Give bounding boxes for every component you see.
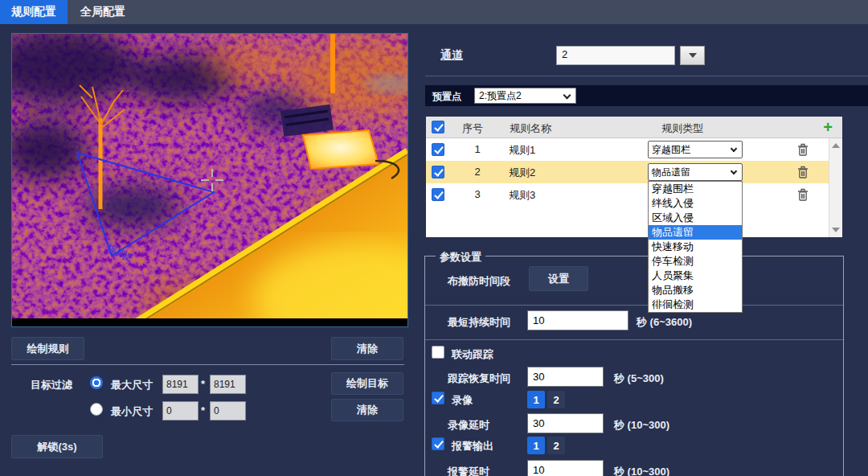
alarm-channel-1-button[interactable]: 1 bbox=[527, 437, 545, 454]
min-size-radio[interactable] bbox=[90, 403, 103, 416]
dropdown-option[interactable]: 穿越围栏 bbox=[649, 182, 742, 196]
min-height-input[interactable] bbox=[210, 401, 246, 421]
rule-name: 规则1 bbox=[509, 143, 535, 158]
tracking-recovery-label: 跟踪恢复时间 bbox=[448, 371, 510, 386]
dropdown-option[interactable]: 区域入侵 bbox=[649, 211, 742, 225]
dropdown-option[interactable]: 人员聚集 bbox=[649, 269, 742, 283]
tracking-recovery-unit: 秒 (5~300) bbox=[614, 371, 664, 386]
tab-bar: 规则配置 全局配置 bbox=[0, 0, 868, 24]
table-scrollbar[interactable] bbox=[829, 138, 842, 237]
min-duration-unit: 秒 (6~3600) bbox=[637, 315, 692, 330]
row-checkbox[interactable] bbox=[432, 143, 444, 156]
rule-name: 规则3 bbox=[509, 188, 535, 203]
dropdown-option[interactable]: 徘徊检测 bbox=[649, 298, 742, 312]
min-size-label: 最小尺寸 bbox=[111, 404, 153, 419]
delete-rule-icon[interactable] bbox=[797, 166, 809, 178]
link-tracking-checkbox[interactable] bbox=[432, 346, 444, 359]
alarm-channel-2-button[interactable]: 2 bbox=[547, 437, 565, 454]
min-duration-label: 最短持续时间 bbox=[448, 315, 510, 330]
draw-rule-button[interactable]: 绘制规则 bbox=[11, 337, 84, 360]
params-legend: 参数设置 bbox=[436, 250, 485, 265]
alarm-delay-unit: 秒 (10~300) bbox=[614, 465, 669, 476]
thermal-image: 规则2 bbox=[12, 34, 407, 326]
rules-table-header: 序号 规则名称 规则类型 + bbox=[426, 117, 842, 138]
draw-target-button[interactable]: 绘制目标 bbox=[331, 372, 403, 395]
rule-name: 规则2 bbox=[509, 166, 535, 180]
min-duration-input[interactable] bbox=[527, 310, 628, 330]
dropdown-option[interactable]: 绊线入侵 bbox=[649, 196, 742, 211]
chevron-down-icon bbox=[731, 146, 737, 152]
rule-type-dropdown-list: 穿越围栏 绊线入侵 区域入侵 物品遗留 快速移动 停车检测 人员聚集 物品搬移 … bbox=[648, 181, 743, 313]
tracking-recovery-input[interactable] bbox=[527, 367, 604, 387]
rule-no: 2 bbox=[466, 166, 489, 178]
rule-type-select-open[interactable]: 物品遗留 bbox=[648, 163, 743, 181]
size-separator: * bbox=[201, 378, 205, 390]
record-delay-label: 录像延时 bbox=[448, 418, 489, 433]
rule-type-select[interactable]: 穿越围栏 bbox=[648, 141, 743, 158]
min-width-input[interactable] bbox=[162, 401, 199, 421]
record-checkbox[interactable] bbox=[432, 392, 444, 404]
max-size-label: 最大尺寸 bbox=[111, 378, 153, 392]
max-size-radio[interactable] bbox=[90, 376, 103, 389]
rule-type-value: 穿越围栏 bbox=[652, 144, 690, 155]
chevron-down-icon bbox=[563, 92, 571, 100]
row-checkbox[interactable] bbox=[432, 166, 444, 178]
scroll-up-icon[interactable] bbox=[832, 143, 840, 148]
rules-table: 序号 规则名称 规则类型 + 1 规则1 穿越围栏 2 规则2 物品遗留 bbox=[426, 117, 842, 237]
camera-preview[interactable]: 规则2 bbox=[11, 33, 408, 327]
dropdown-option[interactable]: 快速移动 bbox=[649, 240, 742, 254]
record-delay-input[interactable] bbox=[527, 413, 604, 433]
pole bbox=[330, 34, 335, 93]
dropdown-option-selected[interactable]: 物品遗留 bbox=[649, 225, 742, 240]
link-tracking-label: 联动跟踪 bbox=[452, 347, 493, 362]
bright-square bbox=[303, 130, 379, 169]
alarm-delay-label: 报警延时 bbox=[448, 465, 489, 476]
record-delay-unit: 秒 (10~300) bbox=[614, 418, 669, 433]
row-checkbox[interactable] bbox=[432, 188, 444, 201]
record-channel-2-button[interactable]: 2 bbox=[547, 391, 565, 408]
select-all-checkbox[interactable] bbox=[432, 121, 444, 133]
alarm-delay-input[interactable] bbox=[527, 460, 604, 476]
rule-type-value: 物品遗留 bbox=[652, 166, 690, 178]
alarm-output-checkbox[interactable] bbox=[432, 437, 444, 450]
header-name: 规则名称 bbox=[510, 121, 551, 136]
preset-select[interactable]: 2:预置点2 bbox=[474, 88, 576, 104]
clear-target-button[interactable]: 清除 bbox=[331, 399, 403, 421]
max-width-input[interactable] bbox=[162, 375, 199, 394]
header-no: 序号 bbox=[462, 121, 483, 136]
max-height-input[interactable] bbox=[210, 375, 246, 394]
table-row[interactable]: 3 规则3 bbox=[426, 183, 842, 206]
target-filter-label: 目标过滤 bbox=[31, 378, 72, 392]
channel-select[interactable]: 2 bbox=[556, 46, 675, 65]
clear-rule-button[interactable]: 清除 bbox=[331, 337, 403, 360]
preset-bar: 预置点 2:预置点2 bbox=[425, 85, 868, 106]
unlock-button[interactable]: 解锁(3s) bbox=[11, 435, 103, 458]
chevron-down-icon bbox=[731, 168, 737, 174]
rule-no: 3 bbox=[466, 188, 489, 200]
record-label: 录像 bbox=[452, 393, 473, 408]
delete-rule-icon[interactable] bbox=[797, 188, 809, 201]
dropdown-option[interactable]: 物品搬移 bbox=[649, 283, 742, 298]
table-row-selected[interactable]: 2 规则2 物品遗留 bbox=[426, 161, 842, 183]
channel-label: 通道 bbox=[440, 48, 463, 63]
add-rule-icon[interactable]: + bbox=[819, 118, 837, 136]
right-divider bbox=[425, 76, 868, 76]
params-divider bbox=[425, 339, 843, 340]
left-divider bbox=[11, 364, 404, 365]
header-type: 规则类型 bbox=[661, 121, 703, 136]
arming-set-button[interactable]: 设置 bbox=[529, 266, 588, 291]
table-row[interactable]: 1 规则1 穿越围栏 bbox=[426, 138, 842, 161]
preset-value: 2:预置点2 bbox=[479, 89, 522, 103]
channel-dropdown-button[interactable] bbox=[680, 46, 705, 65]
dropdown-option[interactable]: 停车检测 bbox=[649, 254, 742, 269]
size-separator: * bbox=[201, 404, 205, 416]
tab-global-config[interactable]: 全局配置 bbox=[68, 0, 138, 24]
params-divider bbox=[425, 305, 843, 306]
rule-no: 1 bbox=[466, 143, 489, 155]
record-channel-1-button[interactable]: 1 bbox=[527, 391, 545, 408]
preset-label: 预置点 bbox=[432, 90, 461, 104]
scroll-down-icon[interactable] bbox=[832, 228, 840, 232]
tab-rule-config[interactable]: 规则配置 bbox=[0, 0, 68, 24]
alarm-output-label: 报警输出 bbox=[452, 439, 493, 453]
delete-rule-icon[interactable] bbox=[797, 143, 809, 156]
